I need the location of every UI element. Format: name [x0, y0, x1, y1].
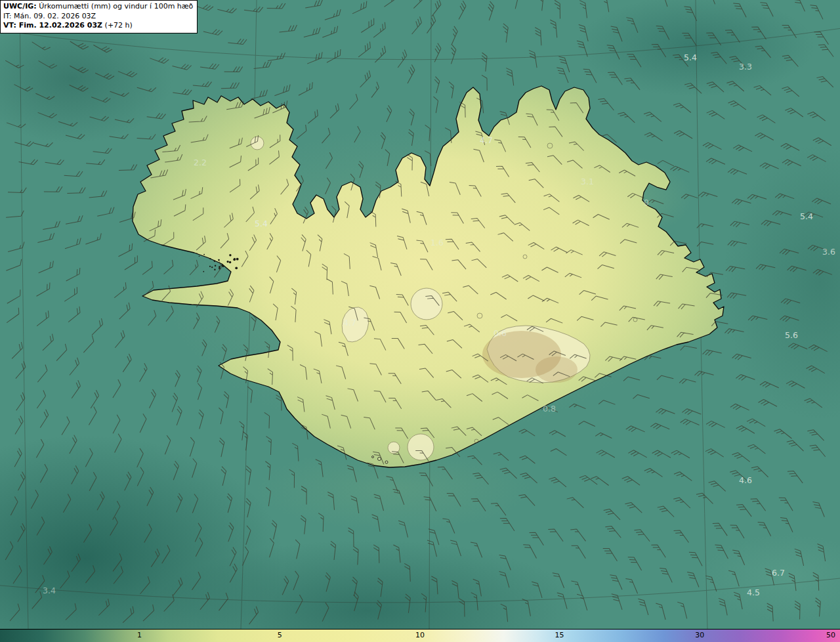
- wind-barb: [736, 424, 755, 438]
- wind-barb: [345, 94, 360, 109]
- wind-barb: [419, 470, 433, 488]
- wind-barb: [684, 81, 702, 97]
- wind-barb: [480, 53, 488, 72]
- wind-barb: [446, 82, 454, 98]
- wind-barb: [736, 374, 755, 385]
- wind-barb: [622, 475, 640, 490]
- wind-barb: [623, 376, 640, 385]
- wind-barb: [406, 109, 415, 125]
- wind-barb: [670, 165, 689, 177]
- wind-barb: [57, 417, 71, 435]
- wind-barb: [58, 117, 77, 127]
- wind-barb: [698, 191, 717, 202]
- wind-barb: [370, 22, 388, 37]
- wind-barb: [42, 221, 61, 230]
- colorbar-tick-label: 50: [826, 631, 835, 639]
- wind-barb: [782, 85, 799, 100]
- colorbar-tick-label: 1: [137, 631, 142, 639]
- wind-barb: [491, 501, 506, 519]
- wind-barb: [14, 79, 33, 93]
- wind-barb: [223, 523, 234, 542]
- wind-barb: [33, 365, 49, 383]
- wind-barb: [810, 3, 823, 22]
- wind-barb: [347, 464, 357, 483]
- wind-barb: [44, 186, 62, 192]
- wind-barb: [14, 137, 33, 147]
- wind-barb: [120, 472, 133, 491]
- wind-barb: [32, 439, 45, 458]
- wind-barb: [598, 96, 614, 114]
- wind-barb: [751, 496, 766, 514]
- wind-barb: [657, 375, 673, 384]
- wind-barb: [482, 75, 487, 91]
- wind-barb: [410, 0, 427, 9]
- wind-barb: [656, 408, 675, 419]
- wind-barb: [5, 259, 24, 270]
- wind-barb: [350, 126, 362, 142]
- wind-barb: [757, 113, 776, 127]
- wind-barb: [519, 427, 535, 440]
- wind-barb: [39, 56, 57, 70]
- colorbar-tick-label: 30: [695, 631, 704, 639]
- model-name: UWC/IG:: [3, 2, 37, 11]
- wind-barb: [734, 591, 742, 610]
- wind-barb: [759, 398, 777, 411]
- wind-barb: [393, 488, 404, 507]
- wind-barb: [241, 526, 252, 545]
- wind-barb: [140, 524, 154, 542]
- wind-barb: [687, 570, 699, 589]
- wind-barb: [318, 513, 324, 532]
- wind-barb: [221, 83, 240, 89]
- wind-barb: [70, 61, 88, 74]
- wind-barb: [625, 576, 637, 595]
- wind-barb: [499, 553, 511, 572]
- wind-barb: [555, 0, 560, 18]
- value-label: 5.4: [800, 211, 813, 221]
- wind-barb: [67, 553, 82, 571]
- model-title-line: UWC/IG: Úrkomumætti (mm) og vindur í 100…: [3, 2, 193, 12]
- wind-barb: [781, 142, 799, 155]
- wind-barb: [728, 240, 747, 249]
- wind-barb: [118, 66, 137, 78]
- wind-barb: [393, 544, 400, 563]
- wind-barb: [1, 542, 14, 560]
- wind-barb: [194, 410, 205, 429]
- wind-barb: [119, 354, 133, 372]
- wind-barb: [188, 572, 203, 589]
- wind-barb: [190, 523, 203, 542]
- wind-barb: [64, 170, 83, 177]
- wind-barb: [106, 517, 119, 536]
- wind-barb: [26, 490, 39, 508]
- wind-barb: [612, 592, 622, 611]
- wind-barb: [116, 244, 135, 257]
- wind-barb: [321, 572, 331, 591]
- colorbar-tick-label: 5: [278, 631, 282, 639]
- wind-barb: [66, 358, 81, 375]
- wind-barb: [780, 515, 793, 534]
- wind-barb: [33, 391, 48, 408]
- wind-barb: [535, 27, 541, 45]
- wind-barb: [506, 68, 513, 87]
- wind-barb: [754, 83, 772, 99]
- wind-barb: [186, 260, 200, 275]
- wind-barb: [499, 570, 509, 589]
- wind-barb: [808, 343, 828, 356]
- wind-barb: [110, 566, 125, 584]
- wind-barb: [656, 602, 665, 621]
- wind-barb: [160, 435, 172, 454]
- wind-barb: [394, 50, 409, 68]
- wind-barb: [779, 495, 793, 513]
- wind-barb: [68, 380, 83, 398]
- wind-barb: [35, 89, 54, 101]
- wind-barb: [304, 110, 320, 123]
- wind-barb: [795, 547, 804, 567]
- wind-barb: [518, 492, 535, 509]
- wind-barb: [707, 80, 724, 96]
- wind-barb: [454, 1, 467, 19]
- wind-barb: [817, 543, 825, 562]
- wind-barb: [221, 391, 230, 408]
- wind-barb: [96, 207, 116, 217]
- wind-barb: [296, 82, 315, 95]
- wind-barb: [781, 297, 800, 308]
- wind-barb: [133, 467, 145, 486]
